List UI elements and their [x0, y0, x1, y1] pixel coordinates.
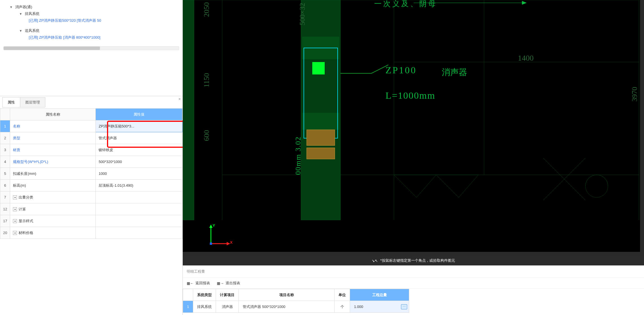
expand-icon[interactable]: +	[13, 219, 17, 223]
qty-value: 1.000	[354, 305, 363, 309]
col-total[interactable]: 工程总量	[350, 289, 409, 301]
expand-icon[interactable]: +	[13, 195, 17, 199]
detail-toolbar: ▦← 返回报表 ▦→ 退出报表	[183, 278, 644, 289]
horizontal-scrollbar[interactable]	[183, 252, 640, 256]
prop-head-value: 属性值	[96, 109, 182, 120]
prop-value-cell[interactable]: 500*320*1000	[96, 156, 182, 168]
dimension-text: 1400	[518, 54, 534, 63]
quantity-table: 系统类型 计算项目 项目名称 单位 工程总量 1 排风系统 消声器 管式消声器 …	[183, 289, 409, 313]
prop-name: 标高(m)	[10, 180, 96, 191]
cell-calcitem[interactable]: 消声器	[216, 301, 239, 313]
prop-name: 计算	[19, 207, 26, 211]
prop-name: 材料价格	[19, 231, 33, 235]
ellipsis-button[interactable]: ⋯	[401, 304, 407, 309]
tree-node-silencer[interactable]: ▼ 消声器(通) ▼ 排风系统 [已用] ZP消声静压箱500*320 [管式消…	[8, 3, 182, 45]
dimension-text: 2050	[202, 2, 211, 17]
prop-row-name[interactable]: 1 名称 ZP消声静压箱500*3...	[0, 120, 182, 132]
crosshair-icon: ↘↖	[372, 259, 378, 263]
tree-item-zp800[interactable]: [已用] ZP消声静压箱 [消声器 800*400*1000]	[28, 33, 180, 42]
cad-drawing	[183, 0, 644, 223]
col-name[interactable]: 项目名称	[239, 289, 335, 301]
svg-marker-20	[522, 1, 526, 5]
prop-name-link[interactable]: 名称	[13, 124, 20, 128]
tree-node-exhaust[interactable]: ▼ 排风系统 [已用] ZP消声静压箱500*320 [管式消声器 50	[18, 10, 181, 27]
col-calcitem[interactable]: 计算项目	[216, 289, 239, 301]
command-hint-bar: ↘↖ *按鼠标左键指定第一个角点，或拾取构件图元	[183, 256, 644, 265]
prop-row-elev[interactable]: 6 标高(m) 层顶标高-1.01(3.490)	[0, 180, 182, 191]
tree-label: 消声器(通)	[15, 5, 32, 9]
prop-value-cell[interactable]: 管式消声器	[96, 132, 182, 144]
cell-name[interactable]: 管式消声器 500*320*1000	[239, 301, 335, 313]
prop-row-output[interactable]: 7 +出量分类	[0, 191, 182, 203]
tree-item-label: ZP消声静压箱500*320 [管式消声器 50	[39, 18, 101, 23]
cell-system[interactable]: 排风系统	[193, 301, 216, 313]
prop-value-cell[interactable]: ZP消声静压箱500*3...	[96, 120, 182, 132]
prop-row-price[interactable]: 20 +材料价格	[0, 227, 182, 239]
chevron-down-icon[interactable]: ▼	[19, 12, 24, 16]
col-unit[interactable]: 单位	[335, 289, 350, 301]
row-number: 17	[0, 215, 10, 227]
row-number: 20	[0, 227, 10, 239]
dimension-text: 1150	[202, 73, 211, 87]
tree-node-supply[interactable]: ▼ 送风系统 [已用] ZP消声静压箱 [消声器 800*400*1000]	[18, 27, 181, 43]
component-tree[interactable]: ▼ 消声器(通) ▼ 排风系统 [已用] ZP消声静压箱500*320 [管式消…	[0, 0, 182, 96]
row-number: 4	[0, 156, 10, 168]
expand-icon[interactable]: +	[13, 231, 17, 235]
exit-report-button[interactable]: ▦→ 退出报表	[217, 281, 240, 286]
cell-unit[interactable]: 个	[335, 301, 350, 313]
dimension-text: 500×32	[298, 3, 307, 25]
cad-canvas[interactable]: 2050 1150 600 500×32 00mm 3.02 1400 3970…	[183, 0, 644, 256]
prop-value-cell[interactable]: 镀锌铁皮	[96, 144, 182, 156]
tab-layers[interactable]: 图层管理	[20, 97, 45, 107]
chevron-down-icon[interactable]: ▼	[19, 29, 24, 32]
prop-name-link[interactable]: 材质	[13, 148, 20, 152]
svg-marker-23	[209, 224, 213, 228]
svg-rect-15	[307, 130, 335, 146]
prop-value-cell[interactable]	[96, 215, 182, 227]
scroll-thumb[interactable]	[4, 47, 100, 50]
close-icon[interactable]: ×	[179, 97, 181, 101]
app-root: ▼ 消声器(通) ▼ 排风系统 [已用] ZP消声静压箱500*320 [管式消…	[0, 0, 644, 315]
prop-row-material[interactable]: 3 材质 镀锌铁皮	[0, 144, 182, 156]
row-number: 5	[0, 168, 10, 180]
table-row[interactable]: 1 排风系统 消声器 管式消声器 500*320*1000 个 1.000 ⋯	[183, 301, 409, 313]
vertical-scrollbar[interactable]	[640, 0, 644, 256]
horizontal-scrollbar[interactable]	[3, 46, 179, 50]
prop-name: 扣减长度(mm)	[10, 168, 96, 180]
expand-icon[interactable]: +	[13, 207, 17, 211]
dimension-text: 600	[202, 130, 211, 141]
row-number: 1	[0, 120, 10, 132]
chevron-down-icon[interactable]: ▼	[10, 5, 14, 9]
tab-properties[interactable]: 属性	[2, 97, 20, 107]
col-system[interactable]: 系统类型	[193, 289, 216, 301]
prop-name-link[interactable]: 规格型号(W*H*L|D*L)	[13, 160, 48, 164]
cad-label-silencer: 消声器	[442, 67, 467, 78]
properties-table: 属性名称 属性值 1 名称 ZP消声静压箱500*3... 2 类型 管式消声器…	[0, 108, 182, 239]
prop-value-cell[interactable]: 层顶标高-1.01(3.490)	[96, 180, 182, 191]
table-header-row: 系统类型 计算项目 项目名称 单位 工程总量	[183, 289, 409, 301]
prop-value-cell[interactable]: 1000	[96, 168, 182, 180]
svg-rect-12	[302, 113, 339, 130]
hint-text: *按鼠标左键指定第一个角点，或拾取构件图元	[380, 258, 455, 263]
table-exit-icon: ▦→	[217, 281, 224, 285]
prop-value-cell[interactable]	[96, 191, 182, 203]
prop-name-link[interactable]: 类型	[13, 136, 20, 140]
header-corner	[183, 289, 193, 301]
prop-row-display[interactable]: 17 +显示样式	[0, 215, 182, 227]
cell-total[interactable]: 1.000 ⋯	[350, 301, 409, 313]
prop-value-cell[interactable]	[96, 203, 182, 215]
prop-row-calc[interactable]: 12 +计算	[0, 203, 182, 215]
prop-head-name: 属性名称	[10, 109, 96, 120]
tree-label: 排风系统	[25, 12, 39, 16]
axis-y-label: Y	[213, 223, 215, 228]
prop-row-type[interactable]: 2 类型 管式消声器	[0, 132, 182, 144]
prop-row-deduct[interactable]: 5 扣减长度(mm) 1000	[0, 168, 182, 180]
prop-value-cell[interactable]	[96, 227, 182, 239]
tree-item-zp500[interactable]: [已用] ZP消声静压箱500*320 [管式消声器 50	[28, 16, 180, 25]
prop-row-spec[interactable]: 4 规格型号(W*H*L|D*L) 500*320*1000	[0, 156, 182, 168]
used-tag: [已用]	[29, 35, 38, 39]
svg-rect-10	[183, 0, 194, 220]
return-report-button[interactable]: ▦← 返回报表	[187, 281, 210, 286]
prop-corner	[0, 109, 10, 120]
row-number: 3	[0, 144, 10, 156]
